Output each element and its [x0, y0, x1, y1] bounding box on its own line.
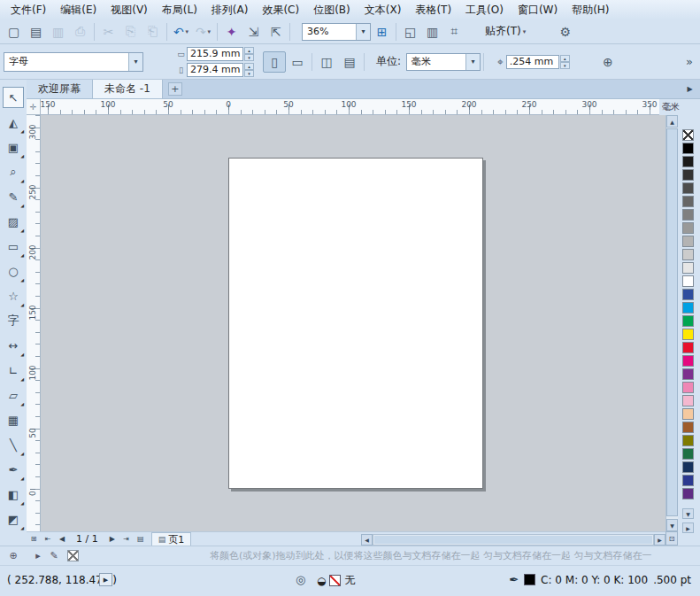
color-swatch[interactable] — [682, 355, 694, 367]
color-eyedropper-tool[interactable]: ╲◢ — [3, 434, 24, 455]
color-swatch[interactable] — [682, 382, 694, 393]
color-swatch[interactable] — [682, 143, 694, 154]
first-page-button[interactable]: ⇤ — [41, 533, 55, 546]
interactive-fill-tool[interactable]: ◩◢ — [3, 508, 24, 530]
fill-tool[interactable]: ◧◢ — [3, 484, 24, 505]
current-page-size-button[interactable]: ▤ — [338, 51, 361, 73]
options-button[interactable]: ⚙ — [554, 21, 576, 42]
open-file-button[interactable]: ▤ — [25, 21, 47, 42]
palette-flyout-button[interactable]: ▶ — [682, 522, 694, 533]
color-swatch[interactable] — [682, 302, 694, 313]
import-button[interactable]: ⇲ — [242, 21, 265, 42]
color-swatch[interactable] — [682, 315, 694, 327]
corel-connect-button[interactable]: ✦ — [220, 21, 242, 42]
previous-page-button[interactable]: ◀ — [55, 533, 69, 546]
page-menu-button[interactable]: ▤ — [134, 533, 148, 546]
nudge-offset-input[interactable]: .254 mm — [506, 55, 559, 69]
show-rulers-button[interactable]: ▥ — [421, 21, 443, 42]
next-page-button[interactable]: ▶ — [105, 533, 119, 546]
menu-item-4[interactable]: 布局(L) — [155, 1, 204, 19]
color-swatch[interactable] — [682, 249, 694, 260]
scroll-right-button[interactable]: ▶ — [654, 534, 665, 546]
color-swatch[interactable] — [682, 461, 694, 473]
welcome-screen-button[interactable]: ⊞ — [371, 21, 393, 42]
color-swatch[interactable] — [682, 488, 694, 499]
pick-tool[interactable]: ↖ — [3, 87, 24, 108]
color-swatch[interactable] — [682, 182, 694, 194]
eyedropper-icon[interactable]: ✎ — [46, 549, 62, 563]
menu-item-5[interactable]: 排列(A) — [204, 1, 256, 19]
scroll-down-button[interactable]: ▼ — [666, 519, 678, 531]
chevron-down-icon[interactable]: ▾ — [356, 24, 370, 40]
color-swatch[interactable] — [682, 209, 694, 221]
shape-tool[interactable]: ◭◢ — [3, 112, 24, 133]
color-swatch[interactable] — [682, 289, 694, 300]
export-button[interactable]: ⇱ — [265, 21, 287, 42]
menu-item-6[interactable]: 效果(C) — [255, 1, 306, 19]
zoom-level-select[interactable]: 36%▾ — [302, 23, 371, 41]
freehand-tool[interactable]: ✎◢ — [3, 186, 24, 207]
ellipse-tool[interactable]: ○◢ — [3, 260, 24, 282]
color-swatch[interactable] — [682, 342, 694, 353]
menu-item-7[interactable]: 位图(B) — [306, 1, 358, 19]
ruler-origin[interactable]: ✛ — [27, 99, 41, 115]
menu-item-2[interactable]: 编辑(E) — [53, 1, 104, 19]
horizontal-scrollbar-track[interactable] — [373, 534, 654, 546]
tab-scroll-right-button[interactable]: ▶ — [683, 82, 696, 96]
color-swatch[interactable] — [682, 395, 694, 406]
last-page-button[interactable]: ⇥ — [119, 533, 134, 546]
page-width-input[interactable]: 215.9 mm — [187, 47, 243, 61]
document-palette-expand-button[interactable]: ▸ — [30, 549, 46, 563]
new-document-tab-button[interactable]: + — [168, 82, 182, 96]
undo-button[interactable]: ↶▾ — [170, 21, 192, 42]
rectangle-tool[interactable]: ▭◢ — [3, 236, 24, 257]
menu-item-12[interactable]: 帮助(H) — [565, 1, 616, 19]
chevron-down-icon[interactable]: ▾ — [128, 53, 142, 71]
color-swatch[interactable] — [682, 329, 694, 340]
menu-item-1[interactable]: 文件(F) — [4, 1, 53, 19]
scroll-left-button[interactable]: ◀ — [361, 534, 373, 546]
color-swatch[interactable] — [682, 262, 694, 274]
vertical-scrollbar-thumb[interactable] — [666, 128, 678, 516]
document-tab-1[interactable]: 欢迎屏幕 — [27, 80, 93, 98]
menu-item-10[interactable]: 工具(O) — [458, 1, 511, 19]
spin-down-icon[interactable]: ▾ — [244, 70, 254, 77]
document-navigator-button[interactable]: ⊡ — [665, 531, 678, 546]
color-swatch[interactable] — [682, 368, 694, 380]
crop-tool[interactable]: ▣◢ — [3, 136, 24, 158]
page-width-spinner[interactable]: ▴ ▾ — [244, 47, 254, 61]
color-swatch[interactable] — [682, 275, 694, 287]
horizontal-ruler[interactable]: 15010050050100150200250300350 — [41, 99, 659, 115]
add-page-button[interactable]: ⊞ — [27, 533, 41, 546]
status-bar-menu-button[interactable]: ▶ — [99, 573, 112, 586]
menu-item-11[interactable]: 窗口(W) — [511, 1, 565, 19]
text-tool[interactable]: 字 — [3, 310, 24, 331]
new-document-button[interactable]: ▢ — [3, 21, 25, 42]
color-swatch[interactable] — [682, 236, 694, 247]
color-swatch[interactable] — [682, 196, 694, 207]
horizontal-scrollbar-thumb[interactable] — [374, 536, 652, 544]
landscape-button[interactable]: ▭ — [286, 51, 309, 73]
view-navigator-button[interactable]: ⌗ — [443, 21, 465, 42]
color-swatch[interactable] — [682, 169, 694, 181]
polygon-tool[interactable]: ☆◢ — [3, 285, 24, 306]
propbar-overflow-button[interactable]: » — [686, 55, 693, 68]
page-size-preset-select[interactable]: 字母 ▾ — [4, 52, 143, 72]
color-swatch[interactable] — [682, 422, 694, 433]
horizontal-scrollbar[interactable]: ◀ ▶ — [361, 533, 665, 546]
units-select[interactable]: 毫米 ▾ — [406, 53, 481, 71]
page-height-input[interactable]: 279.4 mm — [187, 63, 243, 77]
chevron-down-icon[interactable]: ▾ — [465, 54, 480, 70]
spin-down-icon[interactable]: ▾ — [244, 54, 254, 61]
outline-pen-tool[interactable]: ✒◢ — [3, 459, 24, 480]
spin-up-icon[interactable]: ▴ — [560, 55, 570, 62]
document-palette-empty-swatch[interactable] — [67, 550, 79, 561]
color-swatch[interactable] — [682, 448, 694, 460]
color-swatch[interactable] — [682, 435, 694, 446]
document-palette-options-button[interactable]: ⊕ — [5, 549, 21, 563]
scroll-up-button[interactable]: ▲ — [666, 115, 678, 128]
duplicate-distance-button[interactable]: ⊕ — [596, 51, 619, 73]
snap-to-dropdown[interactable]: 贴齐(T)▾ — [480, 22, 531, 41]
color-swatch[interactable] — [682, 408, 694, 420]
color-swatch[interactable] — [682, 222, 694, 234]
